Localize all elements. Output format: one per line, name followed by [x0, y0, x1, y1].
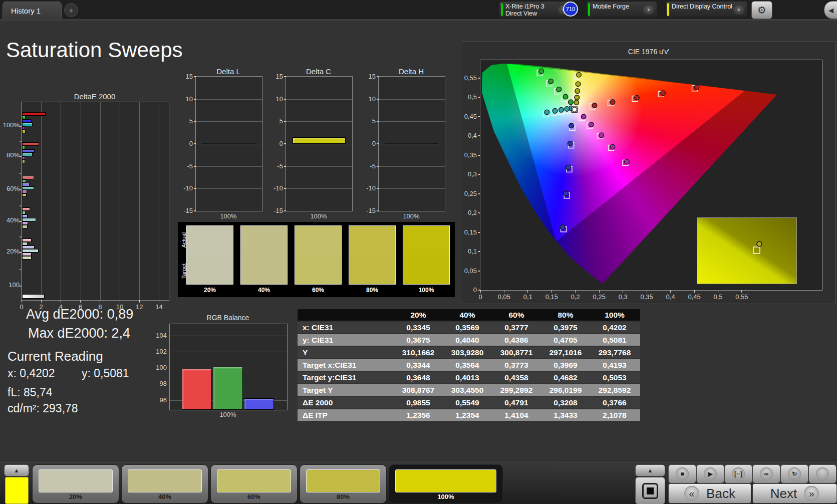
- rgb-bar-blue: [244, 398, 274, 410]
- source-name: Mobile Forge: [593, 3, 629, 10]
- rgb-balance-plot: 1041021009896: [169, 324, 288, 410]
- lch-gridline: [379, 121, 445, 122]
- table-cell: 0,3208: [541, 398, 590, 407]
- deltae-bar-white: [22, 294, 45, 299]
- chevron-down-icon[interactable]: ▼: [733, 6, 744, 15]
- lch-ytick-mark: [377, 210, 379, 211]
- cie-plot: 00,050,10,150,20,250,30,350,40,450,50,55…: [480, 60, 822, 291]
- add-tab-button[interactable]: +: [64, 3, 78, 17]
- deltae-bar-magenta: [22, 156, 25, 160]
- lch-ytick: -10: [179, 184, 193, 192]
- delta-h-xlabel: 100%: [378, 212, 444, 220]
- lch-ytick: -15: [269, 207, 283, 214]
- deltae-ytick-mark: [20, 252, 22, 253]
- deltae-gridline: [41, 102, 42, 300]
- pattern-button-40%[interactable]: 40%: [121, 464, 208, 503]
- swatch-label: 60%: [295, 287, 342, 294]
- lch-ytick-mark: [284, 166, 286, 167]
- lch-bar: [385, 143, 438, 144]
- lch-ytick-mark: [377, 143, 379, 144]
- table-cell: 0,4682: [541, 373, 590, 382]
- display-control-dropdown[interactable]: Direct Display Control ▼: [665, 1, 747, 18]
- deltae-bar-blue: [22, 245, 35, 249]
- table-cell: 0,3648: [394, 373, 443, 382]
- cie-ytick-mark: [478, 271, 480, 272]
- deltae-gridline: [100, 102, 101, 300]
- source-status-bar: [588, 3, 590, 16]
- avg-de2000: Avg dE2000: 0,89: [26, 307, 133, 322]
- transport-continuous-button[interactable]: ∞: [752, 464, 780, 483]
- transport-up-button[interactable]: ▲: [635, 464, 665, 476]
- table-cell: 0,3975: [541, 323, 590, 332]
- cie-xtick-mark: [647, 290, 647, 293]
- delta-c-title: Delta C: [286, 67, 352, 76]
- lch-ytick: 10: [362, 95, 376, 103]
- deltae-gridline: [139, 102, 140, 300]
- deltae-bar-magenta: [22, 253, 32, 256]
- cie-zoom-inset: [697, 217, 797, 284]
- deltae-xtick-mark: [61, 300, 61, 303]
- table-cell: 1,4104: [492, 411, 541, 420]
- cie-ytick-mark: [478, 155, 480, 156]
- refresh-icon: ↻: [788, 467, 801, 480]
- active-pattern-color-chip[interactable]: [5, 477, 29, 504]
- table-cell: 303,9280: [443, 348, 492, 357]
- transport-play-button[interactable]: ▶: [696, 464, 724, 483]
- deltae-bar-yellow: [22, 256, 32, 260]
- table-header-row: 20%40%60%80%100%: [298, 309, 640, 321]
- pattern-list-up-button[interactable]: ▲: [4, 464, 29, 476]
- pattern-button-60%[interactable]: 60%: [210, 464, 298, 503]
- lch-ytick: -5: [179, 162, 193, 170]
- transport-record-button[interactable]: [808, 464, 836, 483]
- next-button[interactable]: Next »: [752, 483, 837, 503]
- swatch-60%: [295, 225, 342, 285]
- swatch-100%: [403, 225, 450, 285]
- tab-label: History 1: [11, 7, 41, 15]
- cie-ytick-mark: [478, 212, 480, 213]
- lch-gridline: [379, 166, 445, 167]
- lch-ytick-mark: [194, 121, 196, 122]
- meter-dropdown[interactable]: X-Rite i1Pro 3 Direct View ▼: [499, 1, 572, 18]
- deltae-bar-yellow: [22, 225, 28, 228]
- deltae-bar-blue: [22, 149, 35, 153]
- cie-ytick-mark: [478, 251, 480, 252]
- max-de2000: Max dE2000: 2,4: [28, 326, 130, 341]
- bottom-toolbar: ▲ 20%40%60%80%100% ▲ ■▶[··]∞↻ « Back Nex…: [0, 460, 837, 504]
- current-reading-label: Current Reading: [8, 349, 103, 364]
- table-row: Target x:CIE310,33440,35640,37730,39690,…: [298, 359, 640, 371]
- back-button[interactable]: « Back: [668, 483, 751, 503]
- deltae-plot: 02468101214100%80%60%40%20%100: [21, 102, 169, 301]
- table-cell: 0,3773: [492, 361, 541, 370]
- gear-icon: ⚙: [757, 4, 766, 16]
- lch-ytick-mark: [377, 76, 379, 77]
- pattern-button-80%[interactable]: 80%: [300, 464, 387, 503]
- pattern-button-20%[interactable]: 20%: [32, 464, 119, 503]
- arrow-up-icon: ▲: [648, 467, 653, 473]
- pattern-swatch: [128, 469, 202, 492]
- pattern-label: 100%: [389, 493, 502, 500]
- collapse-panel-button[interactable]: ◀: [824, 1, 837, 19]
- chevron-down-icon[interactable]: ▼: [643, 6, 654, 15]
- deltae-bar-blue: [22, 183, 30, 186]
- deltae-bar-cyan: [22, 218, 36, 221]
- cie-ytick-mark: [478, 78, 480, 79]
- cie-ytick: 0,4: [460, 132, 477, 139]
- deltae-xtick-mark: [139, 300, 140, 303]
- deltae-xtick-mark: [80, 300, 81, 303]
- pattern-window-button[interactable]: [635, 477, 665, 504]
- deltae-bar-red: [22, 112, 46, 116]
- pattern-label: 80%: [300, 493, 386, 500]
- table-row: ΔE ITP1,23561,23541,41041,34332,1078: [298, 409, 640, 421]
- lch-gridline: [286, 188, 352, 189]
- pattern-button-100%[interactable]: 100%: [389, 464, 503, 503]
- swatch-label: 100%: [403, 287, 450, 294]
- cie-xtick: 0,4: [661, 293, 681, 301]
- settings-button[interactable]: ⚙: [751, 1, 772, 19]
- source-dropdown[interactable]: Mobile Forge ▼: [586, 1, 657, 18]
- pattern-swatch: [39, 469, 113, 492]
- tab-history-1[interactable]: History 1: [3, 2, 62, 19]
- transport-refresh-button[interactable]: ↻: [780, 464, 808, 483]
- deltae-bar-green: [22, 242, 28, 245]
- transport-stop-button[interactable]: ■: [668, 464, 696, 483]
- transport-step-button[interactable]: [··]: [724, 464, 752, 483]
